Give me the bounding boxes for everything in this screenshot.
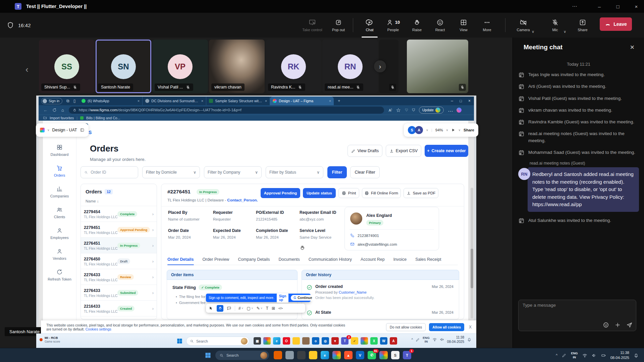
zoom-level[interactable]: 94%: [435, 128, 443, 132]
pen-icon[interactable]: [416, 338, 420, 342]
tiles-previous-chevron-icon[interactable]: ‹: [25, 64, 29, 75]
notifications-bell-icon[interactable]: [467, 337, 472, 342]
reload-icon[interactable]: [52, 108, 57, 112]
taskbar-app-icon[interactable]: ✓: [351, 337, 358, 345]
taskbar-app-icon[interactable]: [292, 337, 300, 345]
video-tile[interactable]: VP Vishal Patil ...: [152, 40, 208, 93]
order-id-search[interactable]: [80, 166, 138, 178]
order-list-item[interactable]: 2216433TL Flex Holdings LLC Created ›: [81, 301, 157, 316]
browser-tab[interactable]: (6) WhatsApp ×: [79, 97, 143, 105]
tab-close-icon[interactable]: ×: [265, 99, 267, 103]
tab-close-icon[interactable]: ×: [138, 99, 140, 103]
pen-icon[interactable]: [562, 353, 567, 358]
detail-tab[interactable]: Account Rep: [361, 257, 385, 262]
browser-profile-button[interactable]: Sign in: [41, 98, 62, 104]
video-tile[interactable]: [407, 40, 468, 93]
home-icon[interactable]: ⌂: [61, 108, 64, 113]
taskbar-app-icon[interactable]: ▲: [344, 351, 353, 359]
shape-tool-icon[interactable]: ▢∨: [247, 306, 253, 311]
resources-tool-icon[interactable]: ⊞: [272, 306, 275, 311]
raise-hand-button[interactable]: Raise: [404, 13, 430, 38]
detail-tab[interactable]: Communication History: [309, 257, 352, 262]
sidebar-item-vendors[interactable]: Vendors: [53, 248, 66, 260]
allow-cookies-button[interactable]: Allow all cookies: [429, 323, 464, 331]
chevron-down-icon[interactable]: ∨: [446, 128, 448, 132]
send-icon[interactable]: [626, 322, 633, 328]
view-drafts-button[interactable]: View Drafts: [347, 145, 382, 157]
taskbar-search[interactable]: Search: [186, 337, 249, 346]
taskbar-app-icon[interactable]: e: [321, 351, 329, 359]
order-list-item[interactable]: 2276450TL Flex Holdings LLC Draft ›: [81, 253, 157, 269]
browser-tab[interactable]: Design - UAT – Figma ×: [270, 97, 334, 105]
comment-tool-icon[interactable]: [227, 306, 231, 311]
sort-icon[interactable]: ↓: [97, 199, 99, 203]
video-tile[interactable]: SN Santosh Narate: [96, 40, 151, 93]
save-as-pdf-button[interactable]: Save as PDF: [404, 188, 438, 198]
order-list-item[interactable]: 2276433TL Flex Holdings LLC Submitted ›: [81, 285, 157, 301]
language-indicator[interactable]: ENGIN: [423, 336, 430, 344]
address-bar[interactable]: https://www.figma.com/design/9BKQ0FOHRWa…: [69, 107, 384, 114]
video-tile[interactable]: RN read.ai mee...: [322, 40, 378, 93]
leave-button[interactable]: Leave: [600, 17, 632, 31]
import-favorites-link[interactable]: Import favorites: [50, 116, 74, 120]
vertical-tabs-icon[interactable]: ▯: [73, 99, 76, 103]
maximize-button[interactable]: □: [610, 0, 626, 13]
pop-out-button[interactable]: Pop out: [326, 13, 351, 38]
wifi-icon[interactable]: [432, 337, 437, 342]
browser-tab[interactable]: DC Divisions and Surroundings ×: [143, 97, 206, 105]
new-tab-button[interactable]: +: [338, 99, 340, 103]
taskbar-app-icon[interactable]: A: [390, 337, 397, 345]
detail-tab[interactable]: Company Details: [238, 257, 270, 262]
detail-tab[interactable]: Documents: [279, 257, 300, 262]
back-icon[interactable]: ←: [43, 108, 48, 113]
mic-options-chevron-icon[interactable]: ∨: [564, 29, 566, 34]
filter-domicile-dropdown[interactable]: Filter by Domicile∨: [142, 166, 200, 178]
taskbar-app-icon[interactable]: [361, 337, 368, 345]
tab-close-icon[interactable]: ×: [329, 99, 331, 103]
settings-more-icon[interactable]: …: [448, 107, 453, 113]
taskbar-app-icon[interactable]: ✆ 81: [368, 351, 376, 359]
detail-tab[interactable]: Order Preview: [203, 257, 229, 262]
dev-mode-icon[interactable]: </>: [278, 307, 283, 310]
taskbar-app-icon[interactable]: ▼: [331, 337, 339, 345]
detail-tab[interactable]: Invoice: [393, 257, 407, 262]
tray-chevron-icon[interactable]: ^: [556, 353, 557, 357]
cookie-close-icon[interactable]: X: [469, 325, 472, 329]
contact-phone[interactable]: 2123874901: [350, 233, 379, 238]
browser-minimize-icon[interactable]: –: [451, 99, 453, 103]
close-button[interactable]: ×: [629, 0, 644, 13]
order-list-item[interactable]: 2279451TL Flex Holdings LLC Approval Pen…: [81, 222, 157, 238]
cookies-settings-link[interactable]: Cookies settings: [86, 327, 111, 331]
taskbar-app-icon[interactable]: T 1: [403, 351, 411, 359]
browser-close-icon[interactable]: ×: [468, 99, 471, 103]
order-list-item[interactable]: 2276451TL Flex Holdings LLC In Progress …: [81, 238, 157, 253]
google-continue-button[interactable]: GContinue: [291, 295, 315, 301]
contact-email[interactable]: alex@vstatefilings.com: [350, 242, 397, 246]
figma-share-button[interactable]: Share: [464, 128, 474, 132]
notifications-bell-icon[interactable]: [634, 353, 639, 358]
sign-up-button[interactable]: Sign up: [277, 293, 289, 303]
filter-button[interactable]: Filter: [327, 166, 347, 178]
tiles-next-chevron-button[interactable]: ›: [374, 60, 386, 72]
bills-bookmark-link[interactable]: Bills | Billing and Co...: [86, 116, 120, 120]
print-button[interactable]: Print: [338, 188, 359, 198]
pen-tool-icon[interactable]: ✎∨: [257, 306, 263, 311]
copilot-icon[interactable]: [457, 108, 462, 113]
clear-filter-button[interactable]: Clear Filter: [350, 166, 380, 178]
taskbar-app-icon[interactable]: O: [283, 337, 290, 345]
sidebar-item-orders[interactable]: Orders: [54, 165, 65, 177]
tab-close-icon[interactable]: ×: [201, 99, 203, 103]
sidebar-item-clients[interactable]: Clients: [54, 206, 65, 219]
chevron-down-icon[interactable]: ∨: [426, 128, 428, 132]
taskbar-search[interactable]: Search: [215, 351, 269, 360]
sidebar-item-companies[interactable]: Companies: [50, 186, 69, 198]
chat-close-icon[interactable]: ✕: [630, 44, 635, 51]
layout-panel-icon[interactable]: [80, 128, 85, 132]
taskbar-app-icon[interactable]: X: [370, 337, 378, 345]
emoji-icon[interactable]: [603, 322, 609, 328]
taskbar-app-icon[interactable]: [274, 351, 282, 359]
sidebar-item-employees[interactable]: Employees: [50, 227, 68, 240]
taskbar-app-icon[interactable]: [285, 351, 294, 359]
essentials-icon[interactable]: ♡: [405, 108, 408, 112]
update-status-button[interactable]: Update status: [303, 188, 336, 198]
